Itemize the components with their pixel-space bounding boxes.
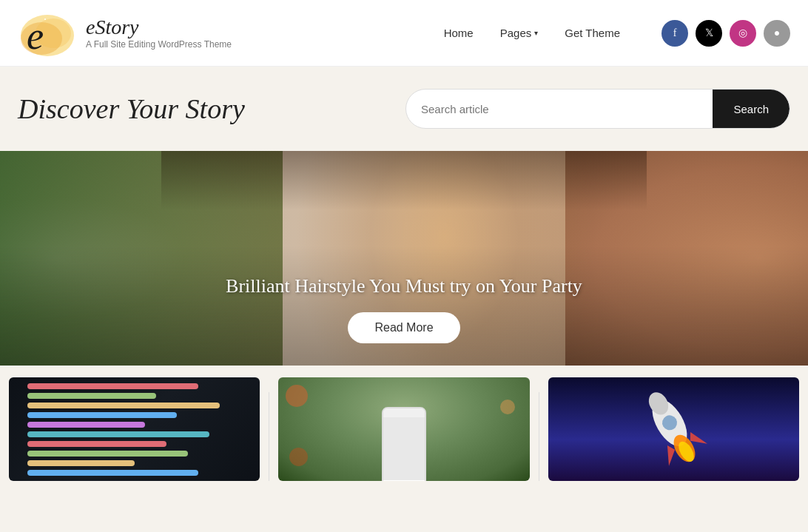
bokeh — [500, 400, 515, 414]
read-more-button[interactable]: Read More — [348, 312, 459, 343]
card-rocket — [539, 377, 808, 481]
logo[interactable]: e eStory A Full Site Editing WordPress T… — [18, 7, 232, 59]
code-line — [27, 422, 145, 428]
code-line — [27, 451, 187, 457]
bokeh — [289, 448, 308, 466]
search-button[interactable]: Search — [713, 89, 790, 129]
logo-icon: e — [18, 7, 77, 59]
logo-subtitle: A Full Site Editing WordPress Theme — [86, 39, 232, 50]
nav-get-theme[interactable]: Get Theme — [565, 27, 620, 39]
nav-pages[interactable]: Pages ▾ — [500, 27, 539, 39]
phone-device — [382, 407, 426, 481]
rocket-screenshot — [548, 377, 799, 481]
phone-screenshot — [278, 377, 529, 481]
featured-hair — [161, 151, 646, 210]
code-lines — [27, 380, 240, 479]
phone-screen-body — [383, 417, 425, 480]
hero-title: Discover Your Story — [18, 92, 245, 125]
facebook-icon[interactable]: f — [661, 20, 688, 47]
card-phone-image — [278, 377, 529, 481]
code-line — [27, 431, 209, 437]
featured-headline: Brilliant Hairstyle You Must try on Your… — [0, 275, 808, 297]
card-code — [0, 377, 269, 481]
nav-home[interactable]: Home — [444, 27, 474, 39]
search-input[interactable] — [406, 103, 713, 115]
code-line — [27, 441, 166, 447]
code-line — [27, 383, 198, 389]
bokeh — [286, 385, 308, 407]
code-line — [27, 470, 198, 476]
code-line — [27, 393, 155, 399]
cards-section — [0, 366, 808, 481]
main-nav: Home Pages ▾ Get Theme f 𝕏 ◎ ● — [444, 20, 790, 47]
featured-overlay: Brilliant Hairstyle You Must try on Your… — [0, 246, 808, 366]
code-line — [27, 412, 177, 418]
search-bar: Search — [405, 89, 790, 129]
hero-search-section: Discover Your Story Search — [0, 67, 808, 151]
card-code-image — [9, 377, 260, 481]
code-screenshot — [9, 377, 260, 481]
logo-title: eStory — [86, 17, 232, 38]
twitter-icon[interactable]: 𝕏 — [696, 20, 722, 47]
svg-text:e: e — [27, 15, 44, 57]
featured-section: Brilliant Hairstyle You Must try on Your… — [0, 151, 808, 366]
social-icons: f 𝕏 ◎ ● — [661, 20, 790, 47]
instagram-icon[interactable]: ◎ — [730, 20, 756, 47]
phone-screen-top — [383, 408, 425, 417]
code-line — [27, 460, 134, 466]
social-other-icon[interactable]: ● — [764, 20, 790, 47]
chevron-down-icon: ▾ — [534, 29, 538, 37]
rocket-svg — [619, 377, 728, 481]
card-phone — [269, 377, 538, 481]
code-line — [27, 403, 220, 408]
logo-text: eStory A Full Site Editing WordPress The… — [86, 17, 232, 50]
site-header: e eStory A Full Site Editing WordPress T… — [0, 0, 808, 67]
card-rocket-image — [548, 377, 799, 481]
